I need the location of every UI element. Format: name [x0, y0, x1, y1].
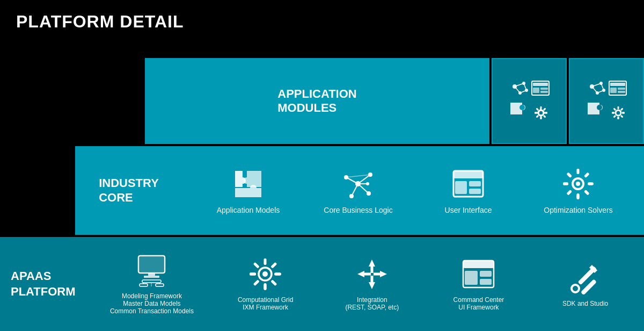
svg-rect-77 [588, 183, 593, 185]
svg-rect-26 [536, 107, 539, 111]
svg-line-7 [520, 90, 526, 93]
apaas-label: aPaaS PLATFORM [11, 269, 76, 299]
sdk-icon [568, 261, 603, 296]
svg-rect-76 [584, 172, 590, 178]
svg-rect-82 [566, 172, 572, 178]
svg-rect-37 [610, 88, 617, 93]
svg-rect-49 [618, 117, 619, 119]
svg-rect-111 [364, 273, 371, 276]
svg-point-15 [538, 110, 544, 116]
svg-rect-84 [140, 257, 164, 272]
svg-rect-10 [533, 88, 539, 93]
apaas-row: aPaaS PLATFORM [0, 237, 644, 331]
svg-marker-112 [380, 271, 387, 277]
svg-rect-52 [613, 107, 616, 111]
svg-rect-99 [270, 262, 277, 269]
svg-rect-50 [613, 115, 616, 118]
svg-rect-89 [156, 284, 164, 286]
svg-rect-51 [612, 112, 614, 114]
apaas-item-integration-label: Integration (REST, SOAP, etc) [345, 296, 399, 311]
svg-rect-46 [620, 107, 624, 111]
command-center-icon [461, 257, 496, 292]
svg-rect-105 [253, 262, 260, 269]
page: PLATFORM DETAIL APPLICATION MODULES [0, 0, 644, 331]
svg-rect-68 [469, 181, 481, 186]
svg-rect-20 [543, 107, 546, 111]
svg-rect-39 [618, 91, 625, 93]
svg-rect-88 [140, 284, 148, 286]
core-item-app-models-label: Application Models [217, 206, 280, 214]
industry-core-row: INDUSTRY CORE Application Models [75, 146, 644, 235]
apaas-item-modeling: Modeling Framework Master Data Models Co… [110, 253, 194, 315]
svg-rect-42 [618, 106, 619, 109]
svg-rect-25 [535, 112, 537, 114]
modeling-icon [134, 253, 169, 288]
layers-container: APPLICATION MODULES [0, 58, 644, 331]
svg-rect-23 [540, 117, 542, 119]
svg-rect-16 [540, 106, 542, 109]
computational-grid-icon [248, 257, 283, 292]
industry-core-items: Application Models [182, 167, 644, 214]
svg-point-13 [519, 105, 525, 110]
svg-rect-79 [577, 193, 580, 199]
svg-rect-117 [480, 271, 492, 277]
app-modules-label-box: APPLICATION MODULES [145, 58, 489, 144]
svg-rect-107 [370, 267, 373, 273]
svg-rect-78 [584, 190, 590, 196]
apaas-item-grid-label: Computational Grid IXM Framework [238, 296, 293, 311]
svg-rect-48 [620, 115, 624, 118]
svg-line-5 [524, 83, 526, 90]
svg-rect-103 [253, 279, 260, 286]
industry-core-label-box: INDUSTRY CORE [75, 176, 182, 205]
svg-rect-101 [270, 279, 277, 286]
app-modules-row: APPLICATION MODULES [145, 58, 644, 144]
svg-rect-24 [536, 115, 539, 118]
app-module-icon-2 [569, 58, 644, 144]
core-item-business-logic: Core Business Logic [324, 167, 393, 214]
svg-rect-47 [622, 112, 625, 114]
apaas-item-sdk: SDK and Studio [551, 261, 620, 307]
svg-marker-110 [357, 271, 364, 277]
svg-rect-69 [469, 189, 481, 194]
core-item-user-interface: User Interface [434, 167, 503, 214]
apaas-item-modeling-label: Modeling Framework Master Data Models Co… [110, 292, 194, 315]
apaas-label-box: aPaaS PLATFORM [0, 269, 86, 299]
svg-rect-21 [545, 112, 547, 114]
svg-point-40 [597, 105, 602, 110]
apaas-item-integration: Integration (REST, SOAP, etc) [337, 257, 407, 311]
svg-rect-113 [374, 273, 380, 276]
svg-rect-72 [577, 169, 580, 174]
integration-icon [355, 257, 390, 292]
app-module-icon-1 [492, 58, 567, 144]
svg-rect-100 [274, 273, 281, 276]
apaas-item-command-center-label: Command Center UI Framework [453, 296, 504, 311]
svg-rect-38 [618, 88, 625, 90]
svg-line-33 [592, 87, 597, 93]
svg-rect-95 [264, 258, 267, 265]
svg-rect-80 [566, 190, 572, 196]
svg-rect-102 [264, 283, 267, 290]
core-item-optimization-label: Optimization Solvers [544, 206, 612, 214]
svg-rect-36 [610, 83, 625, 86]
svg-line-6 [515, 87, 520, 93]
ui-icon [451, 167, 486, 202]
page-title: PLATFORM DETAIL [0, 0, 644, 37]
gear-icon [561, 167, 596, 202]
core-item-business-logic-label: Core Business Logic [324, 206, 392, 214]
svg-rect-85 [148, 273, 155, 276]
svg-marker-106 [369, 260, 375, 267]
apaas-items: Modeling Framework Master Data Models Co… [86, 253, 644, 315]
svg-line-34 [597, 90, 604, 93]
apaas-item-grid: Computational Grid IXM Framework [231, 257, 301, 311]
svg-rect-115 [463, 261, 494, 268]
svg-line-59 [346, 177, 358, 184]
app-module-icon-2-svg [582, 77, 631, 125]
core-item-app-models: Application Models [214, 167, 283, 214]
core-item-user-interface-label: User Interface [445, 206, 492, 214]
network-icon [341, 167, 376, 202]
svg-rect-12 [540, 91, 548, 93]
svg-line-61 [352, 184, 358, 196]
svg-rect-66 [453, 171, 483, 178]
apaas-item-command-center: Command Center UI Framework [444, 257, 514, 311]
svg-rect-11 [540, 88, 548, 90]
